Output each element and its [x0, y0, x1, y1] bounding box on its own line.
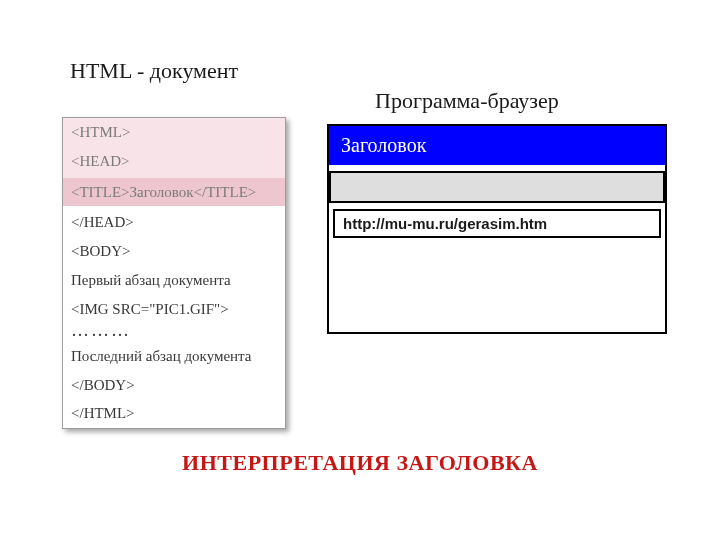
browser-window: Заголовок http://mu-mu.ru/gerasim.htm	[327, 124, 667, 334]
browser-content-area	[329, 242, 665, 332]
code-line-html-open: <HTML>	[63, 118, 285, 147]
code-line-first-paragraph: Первый абзац документа	[63, 266, 285, 295]
slide-caption: ИНТЕРПРЕТАЦИЯ ЗАГОЛОВКА	[0, 450, 720, 476]
code-line-last-paragraph: Последний абзац документа	[63, 342, 285, 371]
highlighted-head-section: <HTML> <HEAD> <TITLE>Заголовок</TITLE>	[63, 118, 285, 206]
code-line-head-open: <HEAD>	[63, 147, 285, 176]
html-source-panel: <HTML> <HEAD> <TITLE>Заголовок</TITLE> <…	[62, 117, 286, 429]
browser-address-bar[interactable]: http://mu-mu.ru/gerasim.htm	[333, 209, 661, 238]
code-line-body-open: <BODY>	[63, 237, 285, 266]
source-panel-label: HTML - документ	[70, 58, 238, 84]
code-line-ellipsis: ………	[63, 319, 285, 342]
code-line-html-close: </HTML>	[63, 399, 285, 428]
code-line-title-tag: <TITLE>Заголовок</TITLE>	[63, 178, 285, 207]
code-line-head-close: </HEAD>	[63, 208, 285, 237]
browser-panel-label: Программа-браузер	[375, 88, 559, 114]
browser-title-bar: Заголовок	[329, 126, 665, 165]
browser-toolbar	[329, 171, 665, 203]
code-line-body-close: </BODY>	[63, 371, 285, 400]
